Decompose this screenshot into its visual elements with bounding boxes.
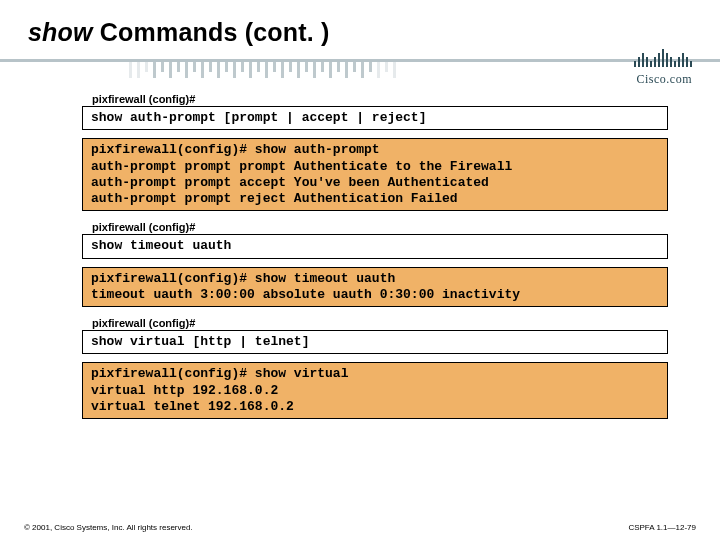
- title-rest: Commands (cont. ): [93, 18, 330, 46]
- config-prompt: pixfirewall (config)#: [92, 317, 668, 329]
- copyright-text: © 2001, Cisco Systems, Inc. All rights r…: [24, 523, 193, 532]
- command-box: show virtual [http | telnet]: [82, 330, 668, 354]
- cisco-bridge-icon: [634, 49, 692, 67]
- output-box: pixfirewall(config)# show auth-prompt au…: [82, 138, 668, 211]
- command-box: show timeout uauth: [82, 234, 668, 258]
- output-box: pixfirewall(config)# show virtual virtua…: [82, 362, 668, 419]
- cisco-logo: Cisco.com: [634, 49, 692, 87]
- slide-number: CSPFA 1.1—12-79: [628, 523, 696, 532]
- output-box: pixfirewall(config)# show timeout uauth …: [82, 267, 668, 308]
- slide: show Commands (cont. ) Cisco.com: [0, 0, 720, 540]
- tick-strip: [129, 62, 429, 78]
- content-area: pixfirewall (config)# show auth-prompt […: [24, 93, 696, 419]
- command-box: show auth-prompt [prompt | accept | reje…: [82, 106, 668, 130]
- cisco-logo-text: Cisco.com: [634, 72, 692, 87]
- config-prompt: pixfirewall (config)#: [92, 93, 668, 105]
- footer: © 2001, Cisco Systems, Inc. All rights r…: [0, 523, 720, 532]
- header-rule: Cisco.com: [24, 53, 696, 87]
- config-prompt: pixfirewall (config)#: [92, 221, 668, 233]
- title-italic: show: [28, 18, 93, 46]
- slide-title: show Commands (cont. ): [28, 18, 696, 47]
